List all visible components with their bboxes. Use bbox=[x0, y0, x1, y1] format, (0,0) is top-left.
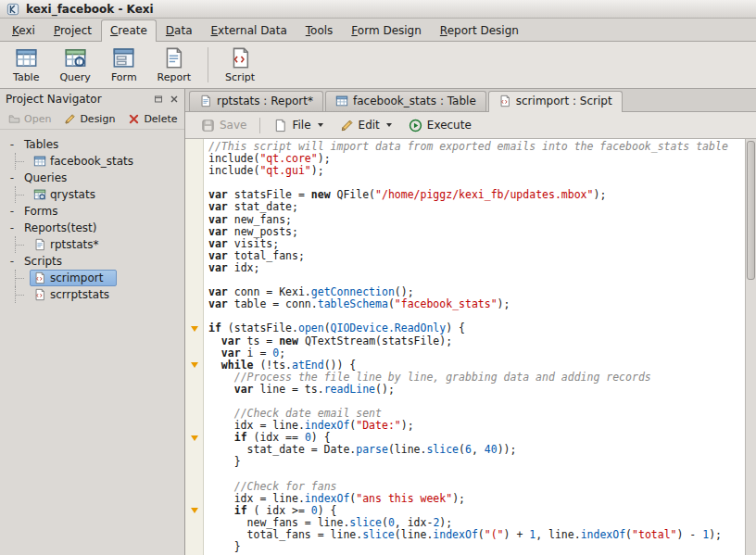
menu-tools[interactable]: Tools bbox=[296, 19, 343, 41]
code-token: (line. bbox=[395, 528, 434, 541]
create-script-button[interactable]: Script bbox=[220, 44, 260, 85]
gutter-cell bbox=[185, 505, 203, 517]
execute-label: Execute bbox=[427, 119, 472, 132]
tree-item-tables[interactable]: -Tables bbox=[2, 136, 183, 153]
tree-item-scripts[interactable]: -Scripts bbox=[2, 253, 183, 270]
code-token: "facebook_stats" bbox=[395, 297, 498, 310]
code-token: readLine bbox=[324, 383, 375, 396]
code-token: var bbox=[208, 237, 228, 250]
gutter-cell bbox=[185, 493, 203, 505]
code-token: slice bbox=[426, 443, 459, 456]
code-line[interactable]: var table = conn.tableSchema("facebook_s… bbox=[208, 298, 745, 310]
create-query-button[interactable]: Query bbox=[54, 44, 95, 85]
menu-create[interactable]: Create bbox=[101, 19, 157, 42]
float-icon[interactable] bbox=[154, 95, 163, 104]
code-line[interactable]: var new_posts; bbox=[208, 226, 745, 238]
menu-report-design[interactable]: Report Design bbox=[431, 19, 528, 41]
expander-icon[interactable]: - bbox=[7, 257, 17, 266]
save-button[interactable]: Save bbox=[195, 116, 253, 135]
code-token bbox=[208, 334, 221, 347]
toolbar-separator bbox=[259, 118, 260, 133]
execute-button[interactable]: Execute bbox=[402, 116, 478, 135]
fold-marker-icon[interactable] bbox=[191, 508, 198, 513]
tree-item-scrrptstats[interactable]: scrrptstats bbox=[2, 286, 183, 303]
create-report-button[interactable]: Report bbox=[152, 44, 196, 85]
tree-item-rptstats[interactable]: rptstats* bbox=[2, 236, 183, 253]
tree-branch-line bbox=[15, 186, 26, 203]
code-token: var bbox=[208, 200, 228, 213]
menu-kexi[interactable]: Kexi bbox=[3, 19, 44, 41]
vertical-scrollbar[interactable] bbox=[745, 139, 756, 555]
gutter-cell bbox=[185, 165, 203, 177]
tree-item-forms[interactable]: -Forms bbox=[2, 203, 183, 220]
code-token: include( bbox=[208, 152, 259, 165]
editor-gutter bbox=[185, 139, 204, 555]
titlebar[interactable]: kexi_facebook - Kexi bbox=[0, 0, 756, 19]
table-icon bbox=[15, 46, 38, 69]
code-token: QIODevice.ReadOnly bbox=[331, 322, 447, 334]
code-line[interactable]: stat_date = Date.parse(line.slice(6, 40)… bbox=[208, 444, 745, 456]
gutter-cell bbox=[185, 420, 203, 432]
code-token bbox=[208, 383, 234, 396]
project-navigator-panel: Project Navigator OpenDesignDelete -Tabl… bbox=[0, 89, 185, 555]
create-form-button[interactable]: Form bbox=[106, 44, 143, 85]
code-line[interactable]: } bbox=[208, 541, 745, 553]
code-token: "qt.core" bbox=[259, 152, 317, 165]
expander-icon[interactable]: - bbox=[7, 207, 17, 216]
gutter-cell bbox=[185, 201, 203, 213]
code-line[interactable]: var line = ts.readLine(); bbox=[208, 384, 745, 396]
scrollbar-thumb[interactable] bbox=[747, 141, 755, 280]
code-token: //Process the file line by line, grabbin… bbox=[234, 371, 651, 384]
fold-marker-icon[interactable] bbox=[191, 435, 198, 441]
tree-item-scrimport[interactable]: scrimport bbox=[2, 270, 183, 286]
menu-external-data[interactable]: External Data bbox=[202, 19, 296, 41]
expander-icon[interactable]: - bbox=[7, 140, 17, 149]
expander-icon[interactable]: - bbox=[7, 173, 17, 183]
code-token: ( idx >= bbox=[247, 504, 311, 517]
tab-scrimport-script[interactable]: scrimport : Script bbox=[488, 91, 623, 112]
code-token: var bbox=[208, 225, 228, 238]
delete-label: Delete bbox=[144, 113, 177, 125]
code-line[interactable]: include("qt.gui"); bbox=[208, 165, 745, 177]
open-button[interactable]: Open bbox=[4, 111, 56, 127]
tab-facebook-stats-table[interactable]: facebook_stats : Table bbox=[325, 91, 486, 111]
code-token: statsFile = bbox=[228, 188, 311, 201]
create-toolbar: TableQueryFormReportScript bbox=[0, 41, 756, 89]
delete-button[interactable]: Delete bbox=[123, 111, 182, 127]
code-token: if bbox=[234, 431, 247, 444]
code-token: ( bbox=[459, 443, 465, 456]
tree-item-qrystats[interactable]: qrystats bbox=[2, 186, 183, 203]
navigator-toolbar: OpenDesignDelete bbox=[0, 108, 184, 130]
code-line[interactable]: } bbox=[208, 456, 745, 468]
code-area[interactable]: //This script will import data from expo… bbox=[204, 139, 745, 555]
design-button[interactable]: Design bbox=[59, 111, 120, 127]
file-menu-button[interactable]: File bbox=[267, 116, 329, 135]
menu-form-design[interactable]: Form Design bbox=[342, 19, 430, 41]
menu-project[interactable]: Project bbox=[44, 19, 101, 41]
code-line[interactable]: var ts = new QTextStream(statsFile); bbox=[208, 335, 745, 347]
edit-icon bbox=[340, 119, 354, 132]
edit-menu-button[interactable]: Edit bbox=[334, 116, 398, 135]
code-line[interactable]: var total_fans; bbox=[208, 250, 745, 262]
create-table-button[interactable]: Table bbox=[7, 44, 44, 85]
code-token: indexOf bbox=[433, 528, 477, 541]
code-token: if bbox=[208, 322, 221, 334]
fold-marker-icon[interactable] bbox=[191, 362, 198, 368]
tree-item-queries[interactable]: -Queries bbox=[2, 170, 183, 186]
tab-rptstats-report[interactable]: rptstats : Report* bbox=[189, 91, 323, 111]
code-token: ); bbox=[593, 188, 606, 201]
code-token: ); bbox=[498, 297, 510, 310]
window-title: kexi_facebook - Kexi bbox=[26, 3, 154, 16]
tree-item-facebook-stats[interactable]: facebook_stats bbox=[2, 153, 183, 170]
code-line[interactable]: var idx; bbox=[208, 262, 745, 274]
expander-icon[interactable]: - bbox=[7, 223, 17, 233]
script-toolbar: Save File Edit Execute bbox=[185, 112, 756, 139]
tree-item-reports-test[interactable]: -Reports(test) bbox=[2, 220, 183, 236]
fold-marker-icon[interactable] bbox=[191, 326, 198, 332]
code-line[interactable]: total_fans = line.slice(line.indexOf("("… bbox=[208, 529, 745, 541]
create-query-label: Query bbox=[59, 71, 90, 83]
menu-data[interactable]: Data bbox=[157, 19, 202, 41]
close-icon[interactable] bbox=[170, 95, 179, 104]
gutter-cell bbox=[185, 517, 203, 529]
create-table-label: Table bbox=[13, 71, 39, 83]
